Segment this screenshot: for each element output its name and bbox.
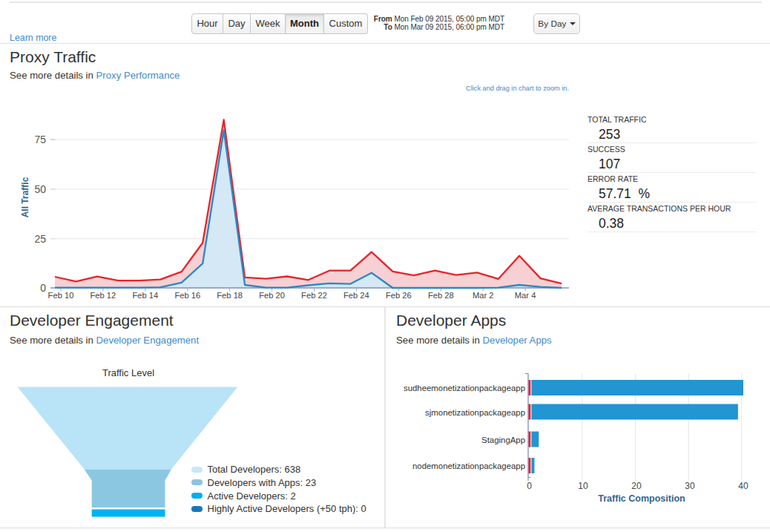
svg-text:30: 30: [685, 481, 695, 491]
svg-text:Traffic Composition: Traffic Composition: [598, 493, 685, 504]
svg-text:nodemonetizationpackageapp: nodemonetizationpackageapp: [412, 462, 525, 470]
svg-text:40: 40: [738, 481, 748, 491]
svg-text:sjmonetizationpackageapp: sjmonetizationpackageapp: [425, 408, 525, 417]
svg-text:10: 10: [578, 481, 588, 491]
svg-text:sudheemonetizationpackageapp: sudheemonetizationpackageapp: [404, 384, 525, 393]
svg-text:20: 20: [631, 481, 642, 491]
svg-text:0: 0: [527, 481, 532, 491]
svg-text:StagingApp: StagingApp: [481, 436, 525, 444]
